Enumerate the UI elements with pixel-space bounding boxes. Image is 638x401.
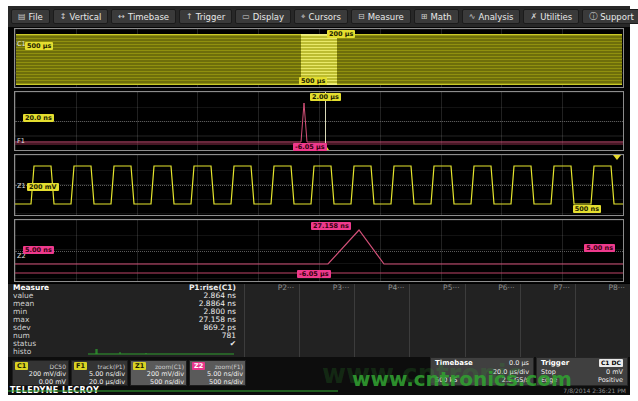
empty-cell bbox=[355, 324, 409, 332]
p2-header[interactable]: P2··· bbox=[245, 284, 299, 292]
menu-item-measure[interactable]: ⊟Measure bbox=[351, 9, 411, 24]
empty-cell bbox=[245, 308, 299, 316]
empty-cell bbox=[300, 324, 354, 332]
empty-cell bbox=[355, 300, 409, 308]
empty-cell bbox=[576, 292, 630, 300]
channel-label-z1: Z1 bbox=[17, 183, 26, 190]
timebase-icon: ↔ bbox=[118, 12, 125, 21]
empty-cell bbox=[521, 324, 575, 332]
measure-row-label-mean: mean bbox=[13, 300, 86, 308]
f1-vscale: 5.00 ns/div bbox=[74, 370, 125, 378]
menu-item-timebase[interactable]: ↔Timebase bbox=[111, 9, 176, 24]
z2-hscale: 500 ns/div bbox=[192, 378, 243, 386]
analysis-icon: ∿ bbox=[469, 12, 476, 21]
p6-header[interactable]: P6··· bbox=[466, 284, 520, 292]
empty-cell bbox=[521, 292, 575, 300]
screenshot-canvas: ▤File↕Vertical↔Timebase↑Trigger▭Display⌖… bbox=[0, 0, 638, 401]
empty-cell bbox=[245, 332, 299, 340]
p1-min: 2.800 ns bbox=[86, 308, 244, 316]
z2-chip: Z2 bbox=[192, 362, 205, 370]
c1-vscale: 200 mV/div bbox=[15, 370, 66, 378]
trace-descriptor-row: C1DC50200 mV/div0.00 mVF1track(P1)5.00 n… bbox=[12, 360, 246, 386]
empty-cell bbox=[300, 340, 354, 348]
z1-tag: zoom(C1) bbox=[155, 363, 184, 370]
empty-cell bbox=[576, 324, 630, 332]
empty-cell bbox=[521, 340, 575, 348]
empty-cell bbox=[410, 348, 464, 356]
measure-column-p3: P3··· bbox=[299, 284, 354, 357]
p1-header[interactable]: P1:rise(C1) bbox=[86, 284, 244, 292]
oscilloscope-app: ▤File↕Vertical↔Timebase↑Trigger▭Display⌖… bbox=[8, 6, 630, 395]
z2-tag: zoom(F1) bbox=[215, 363, 243, 370]
measure-panel: Measurevaluemeanminmaxsdevnumstatushisto… bbox=[8, 283, 630, 357]
empty-cell bbox=[466, 324, 520, 332]
menu-item-math[interactable]: ⊞Math bbox=[414, 9, 459, 24]
descriptor-c1[interactable]: C1DC50200 mV/div0.00 mV bbox=[12, 360, 69, 386]
descriptor-f1[interactable]: F1track(P1)5.00 ns/div20.0 μs/div bbox=[71, 360, 128, 386]
display-icon: ▭ bbox=[242, 12, 250, 21]
empty-cell bbox=[245, 324, 299, 332]
grid-z2-zoom[interactable]: Z2 5.00 ns 27.158 ns -6.05 μs 5.00 ns bbox=[14, 219, 624, 282]
menu-item-trigger[interactable]: ↑Trigger bbox=[179, 9, 232, 24]
descriptor-z2[interactable]: Z2zoom(F1)5.00 ns/div500 ns/div bbox=[189, 360, 246, 386]
trigger-source-chip: C1 DC bbox=[599, 359, 623, 367]
support-icon: ⓘ bbox=[589, 11, 597, 22]
measure-row-label-status: status bbox=[13, 340, 86, 348]
menu-item-analysis[interactable]: ∿Analysis bbox=[462, 9, 521, 24]
menu-bar: ▤File↕Vertical↔Timebase↑Trigger▭Display⌖… bbox=[8, 6, 630, 27]
c1-hscale: 0.00 mV bbox=[15, 378, 66, 386]
menu-item-cursors[interactable]: ⌖Cursors bbox=[294, 9, 348, 24]
f1-chip: F1 bbox=[74, 362, 87, 370]
math-icon: ⊞ bbox=[421, 12, 428, 21]
grid-z1-zoom[interactable]: Z1 200 mV 500 ns bbox=[14, 154, 624, 216]
z1-hscale: 500 ns/div bbox=[133, 378, 184, 386]
grid4-base-badge: -6.05 μs bbox=[297, 270, 331, 278]
z1-vscale: 200 mV/div bbox=[133, 370, 184, 378]
utilities-icon: ✗ bbox=[530, 12, 537, 21]
vertical-icon: ↕ bbox=[60, 12, 67, 21]
measure-row-label-max: max bbox=[13, 316, 86, 324]
empty-cell bbox=[410, 316, 464, 324]
empty-cell bbox=[245, 340, 299, 348]
p8-header[interactable]: P8··· bbox=[576, 284, 630, 292]
menu-item-display[interactable]: ▭Display bbox=[235, 9, 291, 24]
empty-cell bbox=[576, 348, 630, 356]
menu-item-vertical[interactable]: ↕Vertical bbox=[53, 9, 109, 24]
timestamp: 7/8/2014 2:36:21 PM bbox=[563, 387, 626, 394]
empty-cell bbox=[410, 340, 464, 348]
p3-header[interactable]: P3··· bbox=[300, 284, 354, 292]
p1-sdev: 869.2 ps bbox=[86, 324, 244, 332]
empty-cell bbox=[300, 300, 354, 308]
empty-cell bbox=[355, 308, 409, 316]
measure-title: Measure bbox=[13, 284, 86, 292]
menu-item-utilities[interactable]: ✗Utilities bbox=[523, 9, 579, 24]
menu-item-support[interactable]: ⓘSupport bbox=[582, 9, 638, 24]
measure-label-column: Measurevaluemeanminmaxsdevnumstatushisto bbox=[8, 284, 86, 357]
file-icon: ▤ bbox=[18, 12, 26, 21]
empty-cell bbox=[576, 300, 630, 308]
grid1-top-badge: 200 μs bbox=[327, 30, 355, 38]
empty-cell bbox=[521, 332, 575, 340]
p4-header[interactable]: P4··· bbox=[355, 284, 409, 292]
empty-cell bbox=[355, 332, 409, 340]
menu-item-file[interactable]: ▤File bbox=[11, 9, 50, 24]
empty-cell bbox=[355, 340, 409, 348]
empty-cell bbox=[466, 316, 520, 324]
measure-row-label-min: min bbox=[13, 308, 86, 316]
p5-header[interactable]: P5··· bbox=[410, 284, 464, 292]
empty-cell bbox=[300, 316, 354, 324]
grid-f1-track[interactable]: F1 20.0 ns 2.00 μs -6.05 μs bbox=[14, 91, 624, 151]
grid-c1[interactable]: C1 500 μs 200 μs 500 μs bbox=[14, 28, 624, 88]
grid1-strip-badge: 500 μs bbox=[299, 77, 327, 85]
empty-cell bbox=[245, 316, 299, 324]
empty-cell bbox=[300, 348, 354, 356]
measure-icon: ⊟ bbox=[358, 12, 365, 21]
descriptor-z1[interactable]: Z1zoom(C1)200 mV/div500 ns/div bbox=[130, 360, 187, 386]
empty-cell bbox=[521, 348, 575, 356]
grid4-peak-badge: 27.158 ns bbox=[311, 222, 351, 230]
p7-header[interactable]: P7··· bbox=[521, 284, 575, 292]
measure-row-label-value: value bbox=[13, 292, 86, 300]
channel-label-z2: Z2 bbox=[17, 253, 26, 260]
z2-vscale: 5.00 ns/div bbox=[192, 370, 243, 378]
measure-column-p6: P6··· bbox=[465, 284, 520, 357]
